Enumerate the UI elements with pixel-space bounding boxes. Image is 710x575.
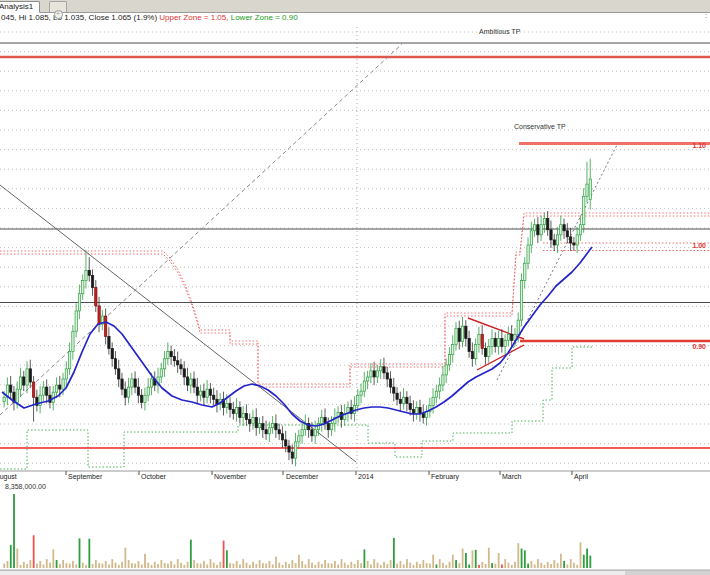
volume-bar [52,549,54,568]
volume-bar [154,562,156,568]
new-tab-icon[interactable]: + [49,1,67,12]
volume-bar [33,535,35,568]
candle [46,387,48,395]
volume-bar [13,494,15,568]
candles-layer[interactable] [3,159,591,467]
horizontal-scrollbar[interactable] [0,570,710,575]
volume-bar [111,559,113,568]
chart-canvas[interactable] [0,0,710,575]
volume-bar [504,559,506,568]
candle [91,275,93,287]
volume-layer[interactable] [3,494,591,568]
candle [291,452,293,458]
candle [389,379,391,387]
horizontal-lines[interactable] [0,43,710,448]
volume-bar [138,561,140,568]
volume-bar [75,564,77,568]
tab-bar: Analysis1 + [0,0,710,13]
volume-bar [521,549,523,568]
chart-window: Analysis1 + 045, Hi 1.085, Lo 1.035, Clo… [0,0,710,575]
volume-bar [403,564,405,568]
price-level-label: 0.90 [682,343,706,350]
candle [141,395,143,402]
volume-bar [527,564,529,568]
volume-bar [190,540,192,568]
volume-bar [134,564,136,568]
volume-bar [167,564,169,568]
candle [183,369,185,377]
volume-bar [36,564,38,568]
volume-bar [530,561,532,568]
ambitious-tp-label[interactable]: Ambitious TP [479,28,521,35]
candle [173,357,175,361]
volume-bar [164,563,166,568]
volume-bar [308,559,310,568]
volume-bar [331,564,333,568]
upper-zone-value: Upper Zone = 1.05, [159,13,228,22]
candle [586,184,588,196]
volume-bar [85,565,87,568]
scrollbar-track-remainder[interactable] [625,571,710,575]
time-axis [0,471,710,570]
volume-bar [102,564,104,568]
volume-bar [249,565,251,568]
downtrend-line[interactable] [0,185,356,462]
volume-bar [49,563,51,568]
volume-bar [213,563,215,568]
candle [29,369,31,382]
candle [524,263,526,280]
candle [72,331,74,351]
volume-bar [174,564,176,568]
volume-bar [151,565,153,568]
candle [160,369,162,377]
candle [258,424,260,428]
volume-bar [357,560,359,568]
candle [576,235,578,245]
volume-bar [180,563,182,568]
volume-bar [124,548,126,568]
volume-bar [586,549,588,568]
candle [124,389,126,397]
candle [569,237,571,243]
candle [226,403,228,407]
volume-bar [462,549,464,568]
candle [196,387,198,395]
candle [167,352,169,359]
trendlines[interactable] [0,44,618,462]
conservative-tp-label[interactable]: Conservative TP [514,123,566,130]
candle [229,403,231,409]
candle [330,424,332,430]
volume-bar [472,550,474,568]
volume-bar [170,561,172,568]
candle [108,336,110,348]
candle [537,225,539,235]
candle [468,338,470,351]
candle [363,381,365,391]
volume-bar [426,563,428,568]
volume-bar [563,561,565,568]
volume-bar [262,563,264,568]
candle [527,245,529,263]
candle [409,403,411,409]
volume-bar [269,561,271,568]
candle [88,270,90,275]
candle [376,371,378,377]
volume-bar [537,559,539,568]
candle [26,369,28,385]
volume-bar [233,564,235,568]
volume-bar [380,565,382,568]
tab-analysis1[interactable]: Analysis1 [0,1,40,13]
candle [245,413,247,419]
volume-bar [121,562,123,568]
candle [114,359,116,369]
candle [540,225,542,235]
candle [563,225,565,231]
ohlc-status-line: 045, Hi 1.085, Lo 1.035, Close 1.065 (1.… [1,13,298,22]
volume-bar [373,559,375,568]
volume-bar [105,561,107,568]
candle [232,409,234,413]
volume-bar [147,563,149,568]
candle [23,377,25,385]
volume-bar [363,549,365,568]
volume-bar [494,564,496,568]
